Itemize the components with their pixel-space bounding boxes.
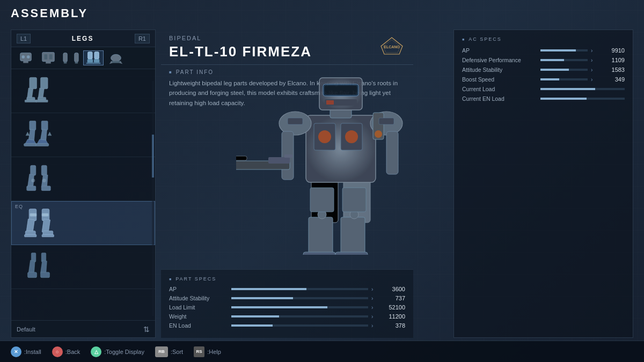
- ac-stat-row: Defensive Performance › 1109: [462, 57, 625, 63]
- part-thumbnail: [14, 116, 63, 154]
- ac-stat-arrow-icon: ›: [591, 77, 597, 83]
- part-types-row: [11, 47, 155, 69]
- ac-stat-row: Current EN Load: [462, 95, 625, 102]
- svg-rect-22: [30, 77, 37, 88]
- svg-rect-8: [63, 53, 68, 62]
- part-type-core[interactable]: [38, 50, 58, 65]
- svg-rect-47: [42, 234, 54, 237]
- ac-stat-name: Current Load: [462, 86, 537, 92]
- svg-rect-13: [94, 52, 99, 59]
- ac-stat-bar: [540, 88, 595, 90]
- stat-value: 378: [381, 322, 405, 329]
- part-item[interactable]: [11, 69, 155, 113]
- svg-rect-19: [111, 61, 121, 63]
- part-type-booster[interactable]: [106, 50, 126, 65]
- svg-rect-11: [75, 62, 78, 64]
- help-label: :Help: [207, 349, 221, 355]
- part-item[interactable]: [11, 157, 155, 201]
- svg-rect-77: [236, 156, 247, 160]
- control-toggle: △ :Toggle Display: [91, 346, 144, 357]
- stat-bar: [231, 315, 279, 317]
- install-btn-icon[interactable]: ✕: [11, 346, 21, 357]
- stat-bar-container: [231, 324, 368, 327]
- svg-rect-71: [386, 131, 398, 174]
- part-item-selected[interactable]: EQ: [11, 201, 155, 245]
- page-title: ASSEMBLY: [11, 6, 88, 20]
- svg-rect-62: [335, 252, 368, 255]
- toggle-label: :Toggle Display: [104, 349, 144, 355]
- svg-rect-10: [64, 62, 67, 64]
- ac-stat-bar-container: [540, 69, 588, 71]
- svg-rect-12: [88, 52, 93, 59]
- stat-name: Attitude Stability: [169, 295, 228, 301]
- part-thumbnail: [14, 160, 63, 198]
- ac-stat-row: AP › 9910: [462, 47, 625, 54]
- svg-rect-92: [342, 188, 366, 212]
- svg-marker-35: [48, 132, 52, 136]
- sort-btn-icon[interactable]: RB: [155, 346, 168, 357]
- ac-stat-bar: [540, 69, 569, 71]
- svg-rect-32: [24, 143, 37, 146]
- control-bar: ✕ :Install ○ :Back △ :Toggle Display RB …: [0, 341, 644, 362]
- svg-rect-37: [41, 165, 47, 175]
- svg-rect-15: [94, 59, 99, 63]
- scrollbar-thumb[interactable]: [152, 135, 154, 178]
- ac-stat-bar: [540, 78, 559, 80]
- sort-icon[interactable]: ⇅: [143, 325, 150, 334]
- help-btn-icon[interactable]: RS: [194, 346, 204, 357]
- svg-rect-16: [86, 63, 94, 64]
- part-type-legs[interactable]: [83, 50, 104, 65]
- control-back: ○ :Back: [52, 346, 80, 357]
- part-stats-list: AP › 3600 Attitude Stability › 737 Load …: [169, 286, 405, 329]
- svg-point-1: [21, 55, 25, 58]
- mech-preview: [193, 29, 445, 255]
- sort-label: Default: [17, 326, 35, 333]
- svg-rect-61: [303, 252, 335, 255]
- svg-rect-4: [42, 53, 55, 62]
- svg-rect-33: [36, 143, 49, 146]
- install-label: :Install: [24, 349, 41, 355]
- part-item[interactable]: [11, 245, 155, 289]
- stat-arrow-icon: ›: [371, 314, 378, 320]
- svg-point-67: [345, 130, 358, 143]
- stat-arrow-icon: ›: [371, 305, 378, 311]
- ac-stat-bar-container: [540, 59, 588, 61]
- stat-row: AP › 3600: [169, 286, 405, 292]
- tab-right-btn[interactable]: R1: [135, 34, 150, 43]
- part-thumbnail: [14, 72, 63, 110]
- ac-stat-value: 9910: [601, 47, 625, 54]
- svg-rect-6: [49, 54, 53, 59]
- svg-rect-39: [41, 186, 50, 190]
- stat-arrow-icon: ›: [371, 323, 378, 329]
- part-type-head[interactable]: [16, 50, 36, 65]
- ac-stat-row: Boost Speed › 349: [462, 76, 625, 83]
- ac-stats-list: AP › 9910 Defensive Performance › 1109 A…: [462, 47, 625, 102]
- stat-value: 737: [381, 295, 405, 301]
- stat-name: Weight: [169, 313, 228, 320]
- stat-name: AP: [169, 286, 228, 292]
- part-type-arms[interactable]: [61, 50, 81, 65]
- ac-stat-bar: [540, 49, 576, 51]
- part-specs-title: PART SPECS: [169, 276, 405, 282]
- svg-rect-17: [93, 63, 100, 64]
- left-panel: L1 LEGS R1: [11, 29, 156, 338]
- svg-point-40: [31, 179, 35, 182]
- part-item[interactable]: [11, 113, 155, 157]
- part-thumbnail: [15, 204, 63, 242]
- stat-value: 11200: [381, 313, 405, 320]
- back-btn-icon[interactable]: ○: [52, 346, 63, 357]
- stat-bar-container: [231, 315, 368, 317]
- ac-stat-row: Current Load: [462, 86, 625, 92]
- tab-left-btn[interactable]: L1: [17, 34, 31, 43]
- toggle-btn-icon[interactable]: △: [91, 346, 101, 357]
- part-specs-section: PART SPECS AP › 3600 Attitude Stability …: [161, 269, 413, 338]
- svg-rect-76: [284, 154, 292, 158]
- stat-bar: [231, 324, 273, 327]
- svg-rect-75: [268, 157, 290, 164]
- tab-bar: L1 LEGS R1: [11, 30, 155, 47]
- ac-stat-arrow-icon: ›: [591, 48, 597, 54]
- stat-arrow-icon: ›: [371, 286, 378, 292]
- stat-value: 3600: [381, 286, 405, 292]
- svg-rect-49: [42, 213, 48, 216]
- ac-stat-row: Attitude Stability › 1583: [462, 67, 625, 73]
